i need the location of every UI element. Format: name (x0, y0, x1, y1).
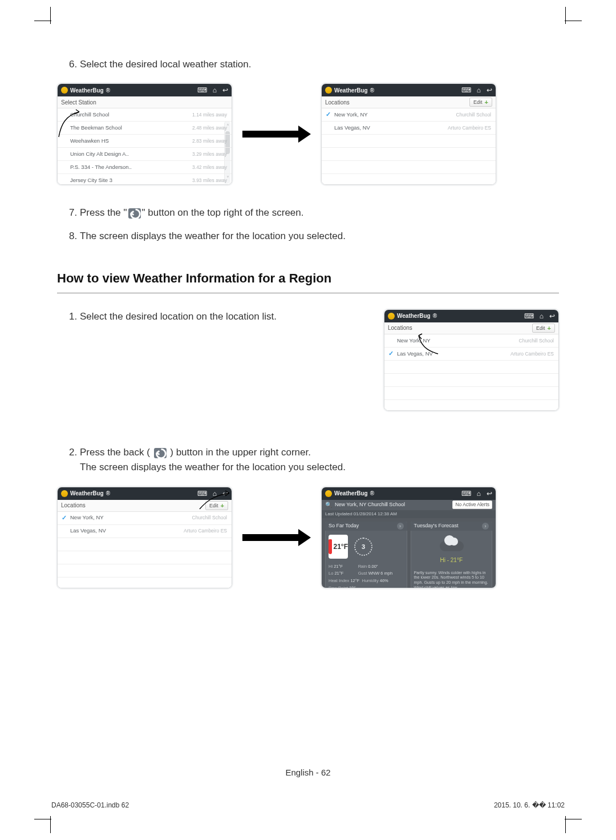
weatherbug-brand: WeatherBug® (325, 86, 374, 95)
list-item[interactable]: ✓ New York, NYChurchill School (58, 512, 232, 525)
screenshot-locations-lasvegas: WeatherBug® ⌨ ⌂ ↩ Locations Edit + (384, 309, 559, 411)
keyboard-icon[interactable]: ⌨ (197, 87, 207, 94)
region-step-2: Press the back ( ) button in the upper r… (80, 445, 559, 475)
forecast-hi: Hi - 21°F (440, 556, 463, 565)
weatherbug-logo-icon (325, 490, 332, 497)
keyboard-icon[interactable]: ⌨ (461, 490, 471, 497)
check-icon: ✓ (326, 110, 331, 120)
expand-icon[interactable]: › (397, 523, 404, 530)
weatherbug-logo-icon (61, 490, 68, 497)
arrow-right-icon (242, 132, 311, 136)
weatherbug-brand: WeatherBug® (325, 489, 374, 498)
list-item[interactable]: P.S. 334 - The Anderson..3.42 miles away (58, 161, 232, 174)
edit-button[interactable]: Edit + (205, 501, 228, 510)
list-item[interactable]: Churchill School1.14 miles away (58, 108, 232, 122)
check-icon: ✓ (388, 349, 394, 359)
back-icon (154, 448, 167, 458)
list-item[interactable]: ✓ Las Vegas, NVArturo Cambeiro ES (384, 348, 558, 361)
home-icon[interactable]: ⌂ (213, 87, 217, 94)
keyboard-icon[interactable]: ⌨ (197, 490, 207, 497)
print-footer-left: DA68-03055C-01.indb 62 (51, 801, 129, 809)
cloud-icon (436, 534, 466, 555)
alerts-badge[interactable]: No Active Alerts (452, 500, 492, 509)
back-icon[interactable]: ↩ (222, 490, 228, 497)
panel-subtitle: Locations (388, 324, 412, 333)
home-icon[interactable]: ⌂ (540, 313, 544, 320)
print-footer-right: 2015. 10. 6. �� 11:02 (494, 801, 565, 809)
stats-grid: Hi 21°F Rain 0.00" Lo 21°F Gust WNW 6 mp… (325, 563, 407, 588)
plus-icon: + (485, 98, 488, 106)
weatherbug-brand: WeatherBug® (61, 86, 110, 95)
step-7: Press the "" button on the top right of … (80, 205, 559, 220)
step-6: Select the desired local weather station… (80, 57, 559, 72)
back-icon (128, 208, 141, 219)
card-so-far-today: So Far Today › 21°F 3 (325, 522, 407, 588)
page-footer: English - 62 (0, 768, 616, 777)
list-item[interactable]: Weehawken HS2.83 miles away (58, 135, 232, 148)
panel-subtitle: Select Station (61, 98, 96, 107)
weatherbug-logo-icon (388, 313, 395, 320)
screenshot-locations-press-back: WeatherBug® ⌨ ⌂ ↩ Locations Edit + (57, 487, 232, 588)
list-item[interactable]: Las Vegas, NVArturo Cambeiro ES (58, 525, 232, 538)
screenshot-weather-detail: WeatherBug® ⌨ ⌂ ↩ 🔍 New York, NY Churchi… (321, 487, 496, 588)
list-item[interactable]: Las Vegas, NVArturo Cambeiro ES (322, 122, 496, 135)
figure-row-stations-to-locations: WeatherBug® ⌨ ⌂ ↩ Select Station ˄ ˅ (57, 83, 559, 185)
list-item[interactable]: New York, NYChurchill School (384, 334, 558, 348)
forecast-desc: Partly sunny. Winds colder with highs in… (411, 568, 493, 588)
back-icon[interactable]: ↩ (487, 490, 492, 497)
expand-icon[interactable]: › (482, 523, 489, 530)
list-item[interactable]: Jersey City Site 33.93 miles away (58, 174, 232, 185)
last-updated: Last Updated 01/28/2014 12:38 AM (322, 510, 496, 518)
plus-icon: + (548, 324, 551, 332)
panel-subtitle: Locations (61, 501, 86, 510)
figure-row-locations-to-detail: WeatherBug® ⌨ ⌂ ↩ Locations Edit + (57, 487, 559, 588)
step-8: The screen displays the weather for the … (80, 229, 559, 244)
home-icon[interactable]: ⌂ (477, 490, 481, 497)
card-forecast: Tuesday's Forecast › Hi - 21°F Partly su… (411, 522, 493, 588)
screenshot-locations-newyork: WeatherBug® ⌨ ⌂ ↩ Locations Edit + (321, 83, 496, 185)
check-icon: ✓ (62, 513, 67, 523)
weatherbug-brand: WeatherBug® (61, 489, 110, 498)
back-icon[interactable]: ↩ (549, 313, 555, 320)
back-icon[interactable]: ↩ (487, 87, 492, 94)
keyboard-icon[interactable]: ⌨ (461, 87, 471, 94)
weatherbug-brand: WeatherBug® (388, 312, 437, 321)
weatherbug-logo-icon (325, 87, 332, 94)
search-icon[interactable]: 🔍 (325, 500, 332, 510)
thermometer-icon: 21°F (329, 535, 348, 559)
location-breadcrumb: New York, NY Churchill School (335, 501, 449, 509)
section-heading: How to view Weather Information for a Re… (57, 269, 559, 293)
edit-button[interactable]: Edit + (532, 324, 555, 333)
home-icon[interactable]: ⌂ (213, 490, 217, 497)
weatherbug-logo-icon (61, 87, 68, 94)
screenshot-select-station: WeatherBug® ⌨ ⌂ ↩ Select Station ˄ ˅ (57, 83, 232, 185)
list-item[interactable]: The Beekman School2.48 miles away (58, 122, 232, 135)
list-item[interactable]: Union City Alt Design A..3.29 miles away (58, 148, 232, 161)
uv-index-icon: 3 (351, 535, 375, 559)
region-step-1: Select the desired location on the locat… (80, 309, 367, 324)
plus-icon: + (221, 502, 224, 510)
arrow-right-icon (242, 535, 311, 540)
list-item[interactable]: ✓ New York, NYChurchill School (322, 108, 496, 122)
home-icon[interactable]: ⌂ (477, 87, 481, 94)
panel-subtitle: Locations (325, 98, 350, 107)
keyboard-icon[interactable]: ⌨ (524, 313, 534, 320)
back-icon[interactable]: ↩ (222, 87, 228, 94)
edit-button[interactable]: Edit + (469, 98, 492, 107)
